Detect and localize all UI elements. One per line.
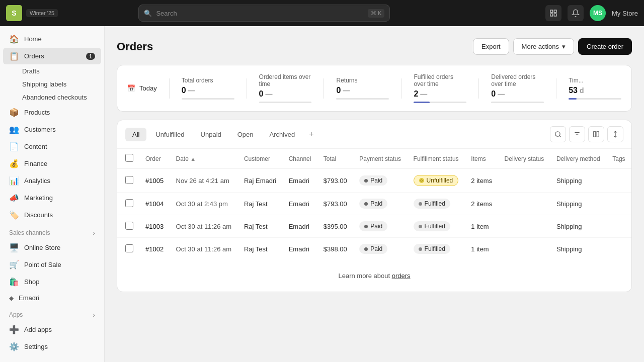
sidebar-item-products[interactable]: 📦 Products [3, 104, 101, 121]
sidebar-item-point-of-sale[interactable]: 🛒 Point of Sale [3, 256, 101, 273]
date-label: Today [139, 84, 157, 92]
sidebar-item-content[interactable]: 📄 Content [3, 138, 101, 155]
sidebar-item-label: Point of Sale [24, 261, 61, 268]
order-channel: Emadri [289, 177, 309, 185]
calendar-icon: 📅 [127, 84, 135, 92]
add-apps-icon: ➕ [9, 325, 19, 334]
tab-unfulfilled[interactable]: Unfulfilled [148, 128, 191, 141]
sidebar-item-label: Home [24, 35, 42, 43]
sidebar-item-label: Products [24, 109, 50, 116]
svg-point-6 [555, 132, 560, 136]
orders-link[interactable]: orders [392, 272, 411, 280]
stat-divider [169, 78, 170, 99]
stat-fulfilled: Fulfilled orders over time 2 — [414, 73, 466, 103]
logo-area[interactable]: S Winter '25 [6, 5, 58, 21]
stat-value: 0 — [259, 89, 312, 99]
table-row[interactable]: #1004Oct 30 at 2:43 pmRaj TestEmadri$793… [117, 193, 631, 215]
delivery-method: Shipping [556, 245, 582, 253]
sidebar-item-label: Shop [24, 278, 39, 286]
bell-icon[interactable] [568, 5, 584, 21]
sidebar-item-orders[interactable]: 📋 Orders 1 [3, 48, 101, 64]
page-title: Orders [117, 40, 473, 53]
stat-chart [336, 98, 389, 100]
filter-button[interactable] [569, 126, 585, 142]
row-checkbox[interactable] [125, 199, 133, 207]
sidebar-item-label: Marketing [24, 194, 53, 202]
row-checkbox[interactable] [125, 176, 133, 184]
table-row[interactable]: #1005Nov 26 at 4:21 amRaj EmadriEmadri$7… [117, 169, 631, 193]
sidebar-item-shop[interactable]: 🛍️ Shop [3, 274, 101, 290]
order-number[interactable]: #1003 [145, 223, 164, 230]
order-customer: Raj Test [244, 223, 268, 230]
finance-icon: 💰 [9, 159, 19, 168]
col-fulfillment-status: Fulfillment status [408, 149, 465, 169]
sales-channels-section: Sales channels › [0, 224, 104, 239]
stat-returns: Returns 0 — [336, 77, 389, 100]
table-row[interactable]: #1003Oct 30 at 11:26 amRaj TestEmadri$39… [117, 215, 631, 238]
sidebar-item-marketing[interactable]: 📣 Marketing [3, 190, 101, 206]
learn-more: Learn more about orders [117, 260, 631, 292]
more-actions-button[interactable]: More actions ▾ [513, 38, 574, 55]
delivery-method: Shipping [556, 223, 582, 230]
sidebar-item-home[interactable]: 🏠 Home [3, 31, 101, 47]
table-row[interactable]: #1002Oct 30 at 11:26 amRaj TestEmadri$39… [117, 238, 631, 260]
order-items: 1 item [471, 223, 489, 230]
shipping-label: Shipping labels [22, 80, 66, 88]
store-name[interactable]: My Store [612, 10, 638, 17]
table-body: #1005Nov 26 at 4:21 amRaj EmadriEmadri$7… [117, 169, 631, 260]
row-checkbox[interactable] [125, 244, 133, 252]
emadri-icon: ◆ [9, 295, 14, 302]
sidebar-item-label: Orders [24, 52, 44, 60]
create-order-button[interactable]: Create order [578, 38, 632, 55]
row-checkbox[interactable] [125, 222, 133, 230]
notifications-icon[interactable] [545, 5, 561, 21]
tab-open[interactable]: Open [230, 128, 261, 141]
export-button[interactable]: Export [473, 38, 509, 55]
col-payment-status: Payment status [353, 149, 407, 169]
search-button[interactable] [550, 126, 566, 142]
settings-icon: ⚙️ [9, 342, 19, 351]
svg-rect-10 [594, 132, 596, 137]
order-items: 1 item [471, 245, 489, 253]
sidebar-sub-item-drafts[interactable]: Drafts [3, 65, 101, 77]
page-header: Orders Export More actions ▾ Create orde… [117, 38, 632, 55]
sort-button[interactable] [607, 126, 623, 142]
stat-time: Tim... 53 d [569, 77, 621, 100]
sidebar-item-add-apps[interactable]: ➕ Add apps [3, 321, 101, 338]
svg-rect-4 [554, 14, 556, 16]
stat-divider-5 [478, 78, 479, 99]
expand-icon[interactable]: › [93, 229, 95, 237]
order-number[interactable]: #1002 [145, 245, 164, 253]
order-number[interactable]: #1005 [145, 177, 164, 185]
col-customer: Customer [238, 149, 283, 169]
stat-value: 0 — [336, 86, 389, 95]
sidebar-item-online-store[interactable]: 🖥️ Online Store [3, 239, 101, 256]
tab-all[interactable]: All [125, 128, 146, 141]
sidebar-sub-item-shipping[interactable]: Shipping labels [3, 78, 101, 90]
col-date[interactable]: Date ▲ [170, 149, 238, 169]
sidebar-item-settings[interactable]: ⚙️ Settings [3, 338, 101, 355]
apps-expand-icon[interactable]: › [93, 311, 95, 319]
sidebar-item-discounts[interactable]: 🏷️ Discounts [3, 207, 101, 223]
sidebar-item-customers[interactable]: 👥 Customers [3, 121, 101, 138]
order-channel: Emadri [289, 223, 309, 230]
winter-badge: Winter '25 [26, 9, 58, 17]
sidebar-item-finance[interactable]: 💰 Finance [3, 155, 101, 172]
toolbar-actions [550, 126, 623, 142]
avatar[interactable]: MS [590, 5, 606, 21]
search-bar[interactable]: 🔍 Search ⌘ K [138, 5, 390, 22]
order-number[interactable]: #1004 [145, 200, 164, 208]
sidebar-item-analytics[interactable]: 📊 Analytics [3, 172, 101, 189]
select-all-checkbox[interactable] [125, 154, 133, 162]
top-navigation: S Winter '25 🔍 Search ⌘ K MS My Store [0, 0, 644, 26]
sidebar-sub-item-abandoned[interactable]: Abandoned checkouts [3, 91, 101, 104]
add-tab-button[interactable]: + [304, 127, 318, 142]
marketing-icon: 📣 [9, 193, 19, 203]
order-date: Oct 30 at 2:43 pm [176, 200, 228, 208]
stats-bar: 📅 Today Total orders 0 — Ordered items o… [117, 65, 632, 112]
tab-unpaid[interactable]: Unpaid [194, 128, 228, 141]
svg-rect-11 [597, 132, 599, 137]
sidebar-item-emadri[interactable]: ◆ Emadri [3, 291, 101, 305]
columns-button[interactable] [588, 126, 604, 142]
tab-archived[interactable]: Archived [263, 128, 302, 141]
